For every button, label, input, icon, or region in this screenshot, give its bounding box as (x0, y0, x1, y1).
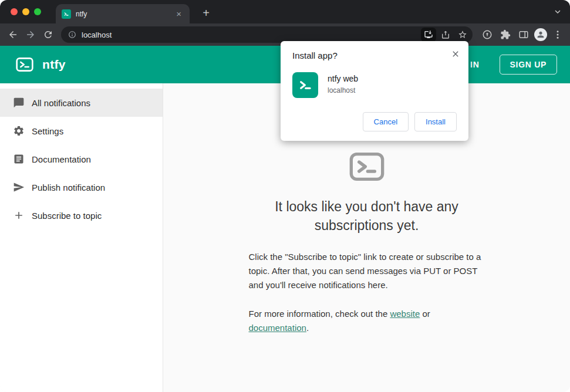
forward-button[interactable] (22, 26, 39, 43)
sidebar-item-label: Publish notification (32, 183, 105, 192)
text-run: . (306, 323, 309, 333)
empty-state-paragraph-1: Click the "Subscribe to topic" link to c… (249, 250, 485, 292)
tab-search-chevron-icon[interactable] (552, 6, 563, 17)
documentation-link[interactable]: documentation (249, 323, 306, 333)
browser-tab[interactable]: ntfy × (56, 4, 190, 23)
share-icon[interactable] (438, 28, 453, 42)
ntfy-terminal-icon (348, 148, 386, 185)
empty-state: It looks like you don't have any subscri… (249, 148, 485, 392)
sidebar: All notifications Settings Documentation… (0, 83, 163, 392)
toolbar-extensions-area (477, 27, 565, 42)
website-link[interactable]: website (390, 309, 420, 319)
back-button[interactable] (5, 26, 21, 43)
gear-icon (13, 125, 25, 137)
ntfy-favicon-icon (62, 9, 71, 19)
browser-window: ntfy × + localhost (0, 0, 570, 392)
new-tab-button[interactable]: + (198, 5, 214, 21)
dialog-title: Install app? (292, 50, 457, 60)
sidebar-item-documentation[interactable]: Documentation (0, 145, 163, 173)
ntfy-logo-icon (15, 55, 34, 74)
text-run: For more information, check out the (249, 309, 390, 319)
password-manager-icon[interactable] (480, 27, 495, 42)
tab-title: ntfy (76, 10, 174, 18)
profile-avatar-icon[interactable] (534, 28, 547, 41)
site-info-icon[interactable] (68, 31, 76, 39)
sidebar-item-publish-notification[interactable]: Publish notification (0, 173, 163, 201)
address-bar[interactable]: localhost (61, 26, 473, 43)
dialog-app-info: ntfy web localhost (328, 72, 358, 94)
dialog-app-name: ntfy web (328, 74, 358, 83)
omnibox-actions (421, 28, 470, 42)
send-icon (13, 181, 25, 193)
sign-up-button[interactable]: SIGN UP (500, 55, 557, 75)
sidebar-item-subscribe-to-topic[interactable]: Subscribe to topic (0, 201, 163, 229)
sidebar-item-settings[interactable]: Settings (0, 117, 163, 145)
empty-state-paragraph-2: For more information, check out the webs… (249, 307, 485, 334)
tab-strip: ntfy × + (0, 0, 570, 23)
install-button[interactable]: Install (414, 112, 457, 131)
side-panel-icon[interactable] (516, 27, 531, 42)
dialog-close-icon[interactable] (450, 48, 461, 60)
dialog-app-row: ntfy web localhost (292, 72, 457, 98)
bookmark-star-icon[interactable] (455, 28, 470, 42)
window-controls (11, 8, 41, 15)
sidebar-item-label: Settings (32, 126, 63, 136)
article-icon (13, 153, 25, 165)
minimize-window-button[interactable] (22, 8, 29, 15)
ntfy-app-icon (292, 72, 318, 98)
zoom-window-button[interactable] (34, 8, 41, 15)
extensions-puzzle-icon[interactable] (498, 27, 513, 42)
cancel-button[interactable]: Cancel (363, 112, 409, 131)
plus-icon (13, 209, 25, 221)
sidebar-item-label: Subscribe to topic (32, 211, 102, 221)
install-app-dialog: Install app? ntfy web localhost Cancel I… (281, 41, 468, 141)
dialog-actions: Cancel Install (292, 112, 457, 131)
sidebar-item-label: All notifications (32, 98, 90, 108)
chat-bubble-icon (13, 97, 25, 109)
close-window-button[interactable] (11, 8, 18, 15)
url-text: localhost (82, 31, 421, 39)
browser-menu-dots-icon[interactable] (550, 27, 565, 42)
tab-close-icon[interactable]: × (174, 8, 184, 19)
app-brand-title: ntfy (42, 58, 66, 72)
empty-state-heading: It looks like you don't have any subscri… (249, 197, 485, 235)
dialog-app-origin: localhost (328, 86, 358, 94)
sidebar-item-label: Documentation (32, 154, 91, 164)
text-run: or (420, 309, 430, 319)
reload-button[interactable] (40, 26, 56, 43)
install-app-icon[interactable] (421, 28, 436, 42)
sidebar-item-all-notifications[interactable]: All notifications (0, 89, 163, 117)
